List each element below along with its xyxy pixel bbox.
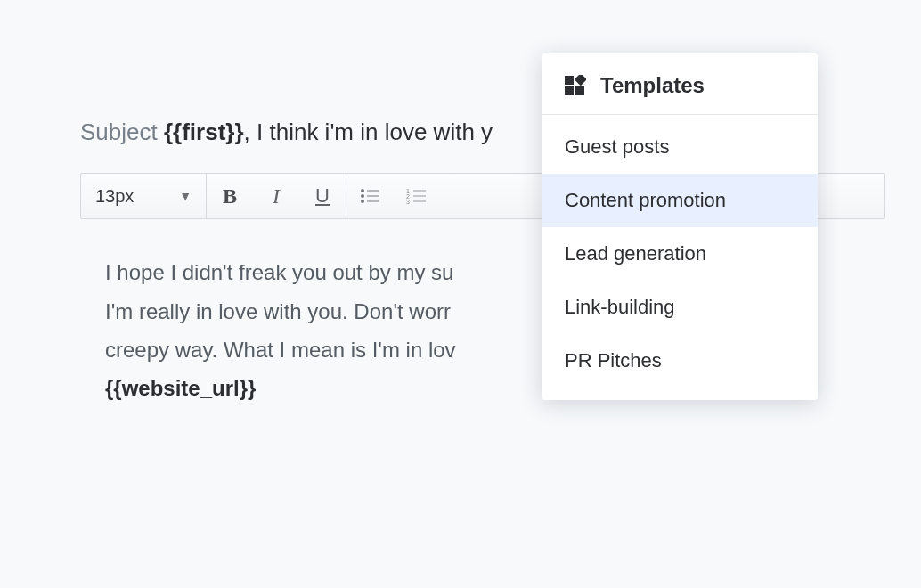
svg-rect-13 [565,86,574,95]
svg-point-2 [361,194,364,198]
svg-rect-7 [413,190,426,192]
svg-rect-3 [367,195,379,197]
body-line-3: creepy way. What I mean is I'm in lov [105,338,456,362]
subject-text: , I think i'm in love with y [244,118,493,145]
templates-item-link-building[interactable]: Link-building [542,281,818,334]
svg-point-0 [361,189,364,192]
svg-rect-5 [367,200,379,202]
italic-button[interactable]: I [253,174,299,218]
font-size-select[interactable]: 13px ▼ [81,174,206,218]
body-line-1: I hope I didn't freak you out by my su [105,260,453,284]
svg-rect-9 [413,195,426,197]
templates-item-content-promotion[interactable]: Content promotion [542,174,818,227]
font-size-value: 13px [95,186,134,207]
templates-header: Templates [542,53,818,115]
svg-point-4 [361,200,364,203]
unordered-list-icon [360,188,379,204]
svg-rect-15 [575,75,586,86]
svg-rect-14 [575,86,584,95]
ordered-list-button[interactable]: 1 2 3 [393,174,439,218]
svg-rect-1 [367,190,379,192]
svg-rect-11 [413,200,426,202]
templates-item-guest-posts[interactable]: Guest posts [542,120,818,174]
svg-rect-12 [565,76,574,85]
templates-title: Templates [600,73,705,98]
templates-item-lead-generation[interactable]: Lead generation [542,227,818,281]
ordered-list-icon: 1 2 3 [406,188,426,204]
templates-item-pr-pitches[interactable]: PR Pitches [542,334,818,388]
subject-label: Subject [80,118,158,145]
templates-icon [565,75,586,96]
svg-text:3: 3 [406,199,410,204]
templates-list: Guest posts Content promotion Lead gener… [542,115,818,400]
unordered-list-button[interactable] [346,174,393,218]
bold-button[interactable]: B [207,174,253,218]
underline-button[interactable]: U [299,174,346,218]
templates-panel: Templates Guest posts Content promotion … [542,53,818,400]
chevron-down-icon: ▼ [179,189,192,203]
subject-variable: {{first}} [164,118,244,145]
body-variable: {{website_url}} [105,376,256,400]
body-line-2: I'm really in love with you. Don't worr [105,299,451,323]
